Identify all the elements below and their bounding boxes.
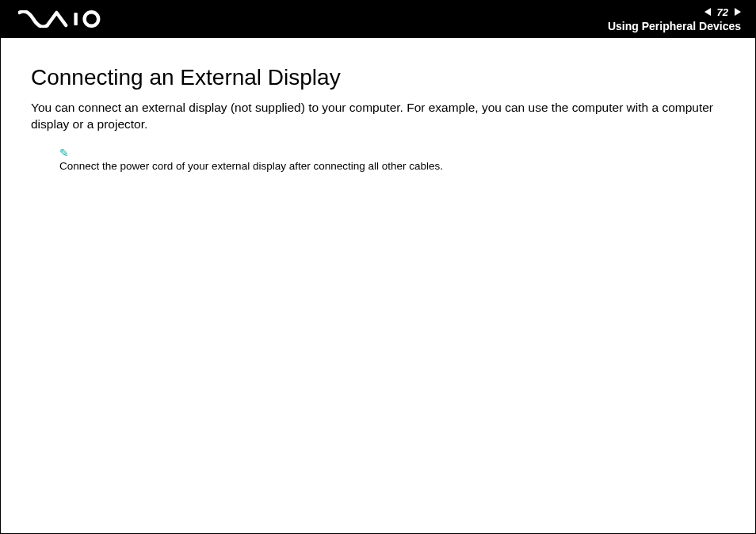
prev-page-arrow-icon[interactable] [704,8,712,16]
content-area: Connecting an External Display You can c… [1,38,755,172]
svg-marker-3 [735,8,741,16]
note-text: Connect the power cord of your external … [59,160,443,172]
svg-marker-2 [704,8,711,16]
intro-paragraph: You can connect an external display (not… [31,100,725,133]
section-title: Using Peripheral Devices [608,20,741,32]
svg-point-1 [85,12,99,26]
header-bar: 72 Using Peripheral Devices [1,1,755,37]
page-navigator: 72 [704,6,741,18]
next-page-arrow-icon[interactable] [733,8,741,16]
svg-rect-0 [74,13,77,25]
note-block: ✎ Connect the power cord of your externa… [59,147,725,172]
page-container: 72 Using Peripheral Devices Connecting a… [0,0,756,534]
vaio-logo [18,1,111,37]
note-pencil-icon: ✎ [59,147,725,158]
page-title: Connecting an External Display [31,65,725,90]
page-number: 72 [717,6,728,18]
header-right: 72 Using Peripheral Devices [608,1,741,37]
